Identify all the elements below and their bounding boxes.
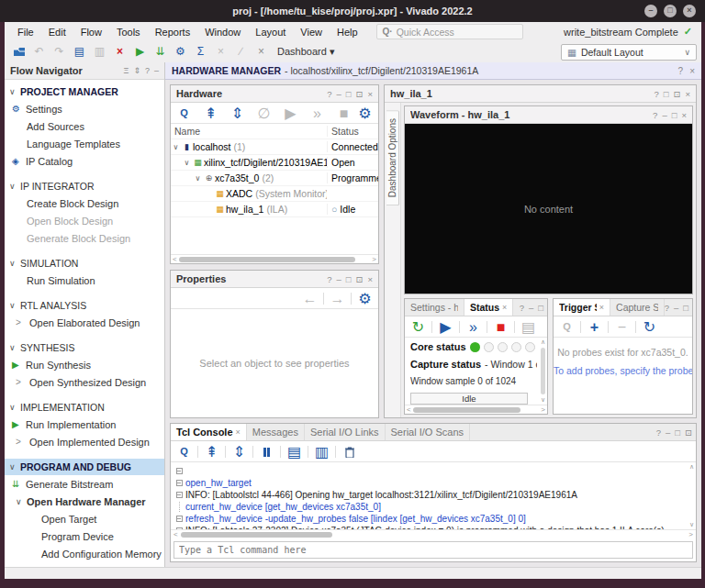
collapse-all-button[interactable]: ⇞ <box>201 105 220 122</box>
menu-window[interactable]: Window <box>197 25 248 39</box>
close-icon[interactable]: × <box>599 303 604 312</box>
undo-button[interactable]: ↶ <box>29 43 49 61</box>
collapse-marker-icon[interactable] <box>176 480 183 486</box>
sidebar-item-ip-catalog[interactable]: ◈IP Catalog <box>5 152 164 170</box>
collapse-marker-icon[interactable] <box>176 516 183 522</box>
dashboard-options-tab[interactable]: Dashboard Options <box>386 110 399 205</box>
section-rtl-analysis[interactable]: ∨RTL ANALYSIS <box>5 297 164 314</box>
search-button[interactable]: Q <box>174 443 194 460</box>
sidebar-item-create-block-design[interactable]: Create Block Design <box>5 194 164 212</box>
tree-row-device[interactable]: ∨⊕xc7a35t_0(2) Programmed <box>171 171 378 186</box>
tree-row-localhost[interactable]: ∨▮localhost(1) Connected <box>171 139 378 155</box>
help-icon[interactable]: ? <box>327 89 331 99</box>
tab-trigger-setup[interactable]: Trigger Setup× <box>554 299 610 316</box>
collapse-marker-icon[interactable] <box>176 492 183 498</box>
gear-icon[interactable]: ⚙ <box>355 105 375 122</box>
menu-view[interactable]: View <box>293 25 330 39</box>
stop-trigger-button[interactable]: ■ <box>334 105 353 122</box>
scroll-down-icon[interactable]: ∨ <box>689 521 694 528</box>
sidebar-item-run-simulation[interactable]: Run Simulation <box>5 272 164 289</box>
sidebar-item-open-target[interactable]: Open Target <box>5 510 164 527</box>
maximize-icon[interactable]: □ <box>664 89 669 99</box>
edit-pencil-button[interactable]: ∕ <box>231 43 251 61</box>
section-synthesis[interactable]: ∨SYNTHESIS <box>5 339 164 356</box>
sidebar-item-language-templates[interactable]: Language Templates <box>5 135 164 152</box>
sidebar-item-open-elaborated-design[interactable]: >Open Elaborated Design <box>5 314 164 331</box>
status-vscrollbar[interactable]: ∧ ∨ <box>539 338 547 405</box>
scroll-up-icon[interactable]: ∧ <box>689 463 694 471</box>
close-icon[interactable]: × <box>367 274 373 284</box>
float-icon[interactable]: ⊡ <box>355 274 363 284</box>
save-button[interactable] <box>9 43 28 61</box>
tcl-command-input[interactable] <box>174 545 692 555</box>
close-icon[interactable]: × <box>367 89 373 99</box>
sidebar-item-add-config-memory-device[interactable]: Add Configuration Memory Device <box>5 545 164 562</box>
copy-button[interactable]: ▤ <box>285 443 304 460</box>
tab-capture-setup[interactable]: Capture Setup <box>610 299 665 316</box>
expand-collapse-icon[interactable]: ⇕ <box>133 66 140 75</box>
help-icon[interactable]: ? <box>656 427 661 438</box>
menu-edit[interactable]: Edit <box>41 25 73 39</box>
compare-button[interactable]: ▤ <box>519 318 538 336</box>
help-icon[interactable]: ? <box>653 110 657 120</box>
tcl-console-output[interactable]: open_hw_target INFO: [Labtoolstcl 44-466… <box>171 462 696 529</box>
scroll-right-icon[interactable]: > <box>372 256 376 263</box>
minimize-icon[interactable]: – <box>336 274 341 284</box>
close-icon[interactable]: × <box>502 303 507 312</box>
delete-button[interactable]: × <box>110 43 129 61</box>
pause-output-button[interactable] <box>257 443 276 460</box>
scroll-left-icon[interactable]: < <box>407 406 411 414</box>
run-trigger-button[interactable]: ▶ <box>436 318 455 336</box>
generate-bitstream-toolbar-button[interactable]: ⇊ <box>151 43 170 61</box>
tree-header[interactable]: Name Status <box>171 124 378 139</box>
run-trigger-immediate-button[interactable]: » <box>308 105 327 122</box>
scroll-right-icon[interactable]: > <box>541 406 545 414</box>
probes-file-link[interactable]: To add probes, specify the probes file a… <box>554 365 692 376</box>
settings-gear-button[interactable]: ⚙ <box>171 43 190 61</box>
back-button[interactable]: ← <box>300 290 319 307</box>
console-vscrollbar[interactable]: ∧ ∨ <box>688 462 696 529</box>
redo-button[interactable]: ↷ <box>50 43 69 61</box>
float-icon[interactable]: ⊡ <box>355 89 363 99</box>
run-trigger-button[interactable]: ▶ <box>281 105 300 122</box>
scroll-down-icon[interactable]: ∨ <box>541 396 545 404</box>
minimize-icon[interactable]: – <box>529 303 533 313</box>
menu-reports[interactable]: Reports <box>148 25 198 39</box>
help-icon[interactable]: ? <box>654 89 658 99</box>
refresh-button[interactable]: ↻ <box>408 318 428 336</box>
tree-row-target[interactable]: ∨▦xilinx_tcf/Digilent/210319AE1961A Open <box>171 155 378 171</box>
maximize-icon[interactable]: □ <box>346 274 352 284</box>
help-icon[interactable]: ? <box>145 66 150 75</box>
sidebar-item-settings[interactable]: ⚙Settings <box>5 100 164 117</box>
collapse-all-button[interactable]: ⇞ <box>202 443 221 460</box>
search-button[interactable]: Q <box>174 105 194 122</box>
tree-row-hw-ila[interactable]: ▦hw_ila_1(ILA) ○Idle <box>171 202 378 217</box>
sidebar-item-run-synthesis[interactable]: ▶Run Synthesis <box>5 356 164 373</box>
menu-layout[interactable]: Layout <box>248 25 293 39</box>
expand-all-button[interactable]: ⇕ <box>228 105 247 122</box>
sidebar-item-open-synthesized-design[interactable]: >Open Synthesized Design <box>5 373 164 391</box>
gear-icon[interactable]: ⚙ <box>355 290 375 307</box>
scroll-right-icon[interactable]: > <box>688 531 693 538</box>
minimize-icon[interactable]: – <box>154 66 159 75</box>
section-project-manager[interactable]: ∨PROJECT MANAGER <box>5 83 164 100</box>
minimize-icon[interactable]: – <box>666 427 670 438</box>
word-wrap-button[interactable]: ▥ <box>312 443 331 460</box>
section-program-and-debug[interactable]: ∨PROGRAM AND DEBUG <box>5 459 164 475</box>
minimize-icon[interactable]: – <box>662 110 666 120</box>
copy-button[interactable]: ▤ <box>70 43 89 61</box>
window-minimize-button[interactable]: – <box>644 5 657 17</box>
sidebar-item-open-implemented-design[interactable]: >Open Implemented Design <box>5 433 164 450</box>
waveform-canvas[interactable]: No content <box>405 124 692 294</box>
section-ip-integrator[interactable]: ∨IP INTEGRATOR <box>5 178 164 194</box>
float-icon[interactable]: ⊡ <box>685 427 692 438</box>
remove-probe-button[interactable]: − <box>612 318 632 336</box>
window-close-button[interactable]: × <box>683 5 696 17</box>
menu-flow[interactable]: Flow <box>73 25 109 39</box>
menu-file[interactable]: File <box>10 25 41 39</box>
close-icon[interactable]: × <box>681 110 687 120</box>
sidebar-item-generate-bitstream[interactable]: ⇊Generate Bitstream <box>5 475 164 493</box>
clear-console-button[interactable] <box>340 443 359 460</box>
minimize-icon[interactable]: – <box>674 303 678 313</box>
tab-serial-io-scans[interactable]: Serial I/O Scans <box>386 424 470 440</box>
